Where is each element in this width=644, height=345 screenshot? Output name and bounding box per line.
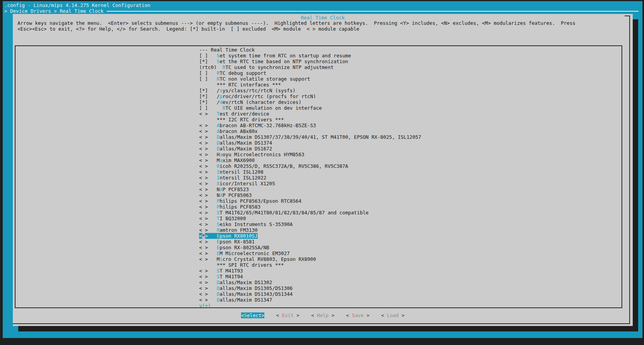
menu-item[interactable]: < > ST M41T94 (199, 274, 421, 279)
item-label: Epson RX8010SJ (217, 233, 257, 239)
hotkey-letter: S (217, 221, 220, 227)
breadcrumb-row: > Device Drivers > Real Time Clock (4, 8, 639, 14)
menu-item[interactable]: <*> Epson RX8010SJ (199, 233, 421, 239)
item-label: Philips PCF8583 (217, 204, 260, 210)
menu-item[interactable]: < > ST M41T93 (199, 268, 421, 274)
item-tag: [ ] (199, 53, 208, 59)
menu-item[interactable]: < > Xicor/Intersil X1205 (199, 181, 421, 186)
menu-item[interactable]: [*] Set the RTC time based on NTP synchr… (199, 59, 421, 64)
menu-line: [ ] RTC UIE emulation on dev interface (199, 105, 322, 111)
menu-item[interactable]: [ ] RTC UIE emulation on dev interface (199, 105, 421, 111)
menu-item[interactable]: [*] /sys/class/rtc/rtcN (sysfs) (199, 88, 421, 93)
menu-item[interactable]: < > NXP PCF8523 (199, 186, 421, 192)
item-label: Intersil ISL12022 (217, 175, 266, 181)
hotkey-letter: I (217, 175, 220, 181)
select-button[interactable]: <Select> (241, 312, 264, 318)
item-label: /sys/class/rtc/rtcN (sysfs) (217, 88, 295, 93)
button-bracket-right: > (293, 312, 299, 318)
menu-item[interactable]: < > Haoyu Microelectronics HYM8563 (199, 152, 421, 157)
menu-item[interactable]: < > Abracon AB-RTCMC-32.768kHz-B5ZE-S3 (199, 122, 421, 128)
menu-item[interactable]: < > Philips PCF8563/Epson RTC8564 (199, 198, 421, 204)
item-tag: < > (199, 152, 208, 157)
menu-item[interactable]: < > Dallas/Maxim DS1343/DS1344 (199, 291, 421, 297)
menu-line: < > Maxim MAX6900 (199, 157, 255, 163)
menu-item[interactable]: < > Philips PCF8583 (199, 204, 421, 210)
item-label: Micro Crystal RV8803, Epson RX8900 (217, 256, 316, 262)
menu-item[interactable]: [ ] RTC debug support (199, 70, 421, 76)
menu-list: --- Real Time Clock[ ] Set system time f… (199, 47, 421, 309)
item-tag: < > (199, 274, 208, 279)
item-tag: < > (199, 227, 208, 233)
menu-section-label: *** RTC interfaces *** (199, 82, 421, 88)
item-tag: < > (199, 239, 208, 245)
item-tag: < > (199, 192, 208, 198)
menu-item[interactable]: < > NXP PCF85063 (199, 192, 421, 198)
menu-line: [ ] RTC non volatile storage support (199, 76, 310, 82)
button-bracket-right: > (329, 312, 335, 318)
item-tag: < > (199, 250, 208, 256)
menu-item[interactable]: < > ST M41T62/65/M41T80/81/82/83/84/85/8… (199, 210, 421, 216)
menu-item[interactable]: [*] /dev/rtcN (character devices) (199, 99, 421, 105)
menu-item[interactable]: [*] /proc/driver/rtc (procfs for rtcN) (199, 93, 421, 99)
menu-line: < > Abracon ABx80x (199, 128, 258, 134)
menu-item[interactable]: < > Intersil ISL1208 (199, 169, 421, 175)
menu-item[interactable]: < > Seiko Instruments S-35390A (199, 221, 421, 227)
menu-item[interactable]: [ ] Set system time from RTC on startup … (199, 53, 421, 59)
exit-button[interactable]: < Exit > (276, 312, 299, 318)
built-in-star: * (202, 233, 205, 239)
menu-item[interactable]: < > Intersil ISL12022 (199, 175, 421, 181)
menu-line: [*] /dev/rtcN (character devices) (199, 99, 301, 105)
menu-item[interactable]: < > Dallas/Maxim DS1374 (199, 140, 421, 146)
menu-item[interactable]: < > Test driver/device (199, 111, 421, 117)
button-bracket-left: < (311, 312, 317, 318)
menu-line: < > Intersil ISL1208 (199, 169, 264, 175)
save-button[interactable]: < Save > (346, 312, 370, 318)
item-tag: [*] (199, 99, 208, 105)
menu-item[interactable]: < > Dallas/Maxim DS1347 (199, 297, 421, 303)
menu-item[interactable]: < > Dallas/Maxim DS1305/DS1306 (199, 285, 421, 291)
item-tag: (rtc0) (199, 64, 217, 70)
item-tag: < > (199, 186, 208, 192)
hotkey-letter: D (217, 291, 220, 297)
load-button[interactable]: < Load > (381, 312, 404, 318)
hotkey-letter: A (217, 122, 220, 128)
item-tag: < > (199, 216, 208, 221)
item-label: NXP PCF85063 (217, 192, 252, 198)
menu-item[interactable]: < > Dallas/Maxim DS1302 (199, 279, 421, 285)
menu-item[interactable]: < > Micro Crystal RV8803, Epson RX8900 (199, 256, 421, 262)
menu-item[interactable]: < > Epson RX-8025SA/NB (199, 245, 421, 250)
help-button[interactable]: < Help > (311, 312, 334, 318)
menu-item[interactable]: [ ] RTC non volatile storage support (199, 76, 421, 82)
menu-line: < > Haoyu Microelectronics HYM8563 (199, 152, 304, 157)
item-tag: [*] (199, 93, 208, 99)
menu-line: < > ST M41T62/65/M41T80/81/82/83/84/85/8… (199, 210, 369, 216)
item-tag: < > (199, 175, 208, 181)
item-label: Dallas/Maxim DS1343/DS1344 (217, 291, 293, 297)
menu-item[interactable]: < > Ramtron FM3130 (199, 227, 421, 233)
menu-item[interactable]: < > Epson RX-8581 (199, 239, 421, 245)
menu-line: < > Dallas/Maxim DS1347 (199, 297, 272, 303)
item-tag: < > (199, 128, 208, 134)
hotkey-letter: P (217, 204, 220, 210)
item-tag: [ ] (199, 70, 208, 76)
menu-item[interactable]: < > Dallas/Maxim DS1672 (199, 146, 421, 152)
item-label: Abracon ABx80x (217, 128, 257, 134)
menu-item[interactable]: < > Abracon ABx80x (199, 128, 421, 134)
hotkey-letter: D (217, 285, 220, 291)
item-tag: [*] (199, 88, 208, 93)
menu-item[interactable]: < > TI BQ32000 (199, 216, 421, 221)
hotkey-letter: D (217, 297, 220, 303)
menu-item[interactable]: < > Dallas/Maxim DS1307/37/38/39/40/41, … (199, 134, 421, 140)
scroll-down-indicator: v(+) (199, 303, 421, 309)
menu-item[interactable]: < > Ricoh R2025S/D, RS5C372A/B, RV5C386,… (199, 163, 421, 169)
menu-item[interactable]: (rtc0) RTC used to synchronize NTP adjus… (199, 64, 421, 70)
menu-line: < > ST M41T93 (199, 268, 243, 274)
item-label: Haoyu Microelectronics HYM8563 (217, 152, 304, 157)
menu-item[interactable]: < > Maxim MAX6900 (199, 157, 421, 163)
menu-section-label: *** I2C RTC drivers *** (199, 117, 421, 122)
item-label: Maxim MAX6900 (217, 157, 255, 163)
menu-line: < > ST M41T94 (199, 274, 243, 279)
menu-item[interactable]: < > EM Microelectronic EM3027 (199, 250, 421, 256)
menu-line: < > Ricoh R2025S/D, RS5C372A/B, RV5C386,… (199, 163, 348, 169)
menu-line: < > Dallas/Maxim DS1672 (199, 146, 272, 152)
